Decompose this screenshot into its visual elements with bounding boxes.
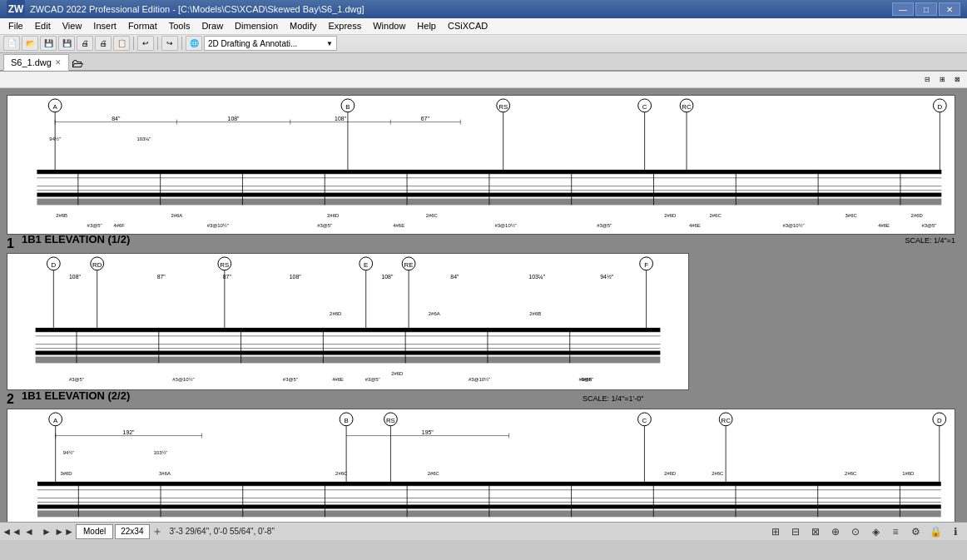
- menu-edit[interactable]: Edit: [30, 20, 56, 32]
- subicon1[interactable]: ⊟: [920, 73, 934, 87]
- save-all-icon[interactable]: 💾: [58, 36, 75, 51]
- subicon3[interactable]: ⊠: [950, 73, 964, 87]
- menu-window[interactable]: Window: [368, 20, 410, 32]
- svg-text:3#6A: 3#6A: [159, 471, 171, 476]
- menu-draw[interactable]: Draw: [196, 20, 228, 32]
- polar-icon[interactable]: ⊕: [827, 524, 844, 539]
- model-tab[interactable]: Model: [76, 524, 113, 539]
- svg-text:2#6C: 2#6C: [710, 213, 722, 218]
- elevation-title-2: 1B1 ELEVATION (2/2): [22, 389, 130, 402]
- titlebar-title: ZWCAD 2022 Professional Edition - [C:\Mo…: [30, 4, 364, 14]
- svg-text:A: A: [53, 417, 58, 424]
- svg-text:#3@10½": #3@10½": [495, 223, 517, 228]
- svg-text:#3@5": #3@5": [922, 223, 937, 228]
- statusbar: ◄◄ ◄ ► ►► Model 22x34 ＋ 3'-3 29/64", 0'-…: [0, 522, 967, 540]
- sep3: [181, 37, 182, 50]
- menu-insert[interactable]: Insert: [88, 20, 121, 32]
- svg-text:#3@5": #3@5": [87, 223, 102, 228]
- svg-text:C: C: [642, 417, 647, 424]
- svg-text:D: D: [937, 417, 942, 424]
- menu-format[interactable]: Format: [123, 20, 162, 32]
- grid-icon[interactable]: ⊞: [767, 524, 784, 539]
- toolbar: 📄 📂 💾 💾 🖨 🖨 📋 ↩ ↪ 🌐 2D Drafting & Annota…: [0, 35, 967, 52]
- open-icon[interactable]: 📂: [22, 36, 38, 51]
- drawing-area[interactable]: A B RS C RC D 84" 108": [0, 88, 967, 522]
- menu-view[interactable]: View: [57, 20, 87, 32]
- tab-close-icon[interactable]: ✕: [55, 58, 62, 67]
- lineweight-icon[interactable]: ≡: [887, 524, 904, 539]
- svg-text:#3@10½": #3@10½": [172, 377, 194, 382]
- svg-text:#3@5": #3@5": [597, 223, 612, 228]
- svg-text:84": 84": [450, 274, 459, 280]
- coordinates-display: 3'-3 29/64", 0'-0 55/64", 0'-8": [170, 527, 275, 536]
- svg-text:#3@5": #3@5": [283, 377, 298, 382]
- tab-s6[interactable]: S6_1.dwg ✕: [3, 54, 69, 71]
- svg-text:67": 67": [421, 116, 430, 121]
- subtoolbar: ⊟ ⊞ ⊠: [0, 72, 967, 88]
- lock-icon[interactable]: 🔒: [927, 524, 944, 539]
- menu-csixcad[interactable]: CSiXCAD: [443, 20, 493, 32]
- svg-text:192": 192": [123, 429, 135, 435]
- svg-text:108": 108": [290, 274, 302, 280]
- info-icon[interactable]: ℹ: [947, 524, 964, 539]
- svg-text:94½": 94½": [49, 136, 61, 141]
- snap-icon[interactable]: ⊟: [787, 524, 804, 539]
- menu-file[interactable]: File: [3, 20, 28, 32]
- svg-text:2#6B: 2#6B: [56, 213, 67, 218]
- otrack-icon[interactable]: ◈: [867, 524, 884, 539]
- svg-text:#3@5": #3@5": [365, 377, 380, 382]
- menu-modify[interactable]: Modify: [285, 20, 321, 32]
- osnap-icon[interactable]: ⊙: [847, 524, 864, 539]
- elevation-number-1: 1: [7, 236, 14, 251]
- beam-drawing-3: A B RS C RC D 192" 195": [7, 409, 955, 522]
- svg-text:2#6B: 2#6B: [529, 311, 541, 316]
- titlebar-left: ZW ZWCAD 2022 Professional Edition - [C:…: [7, 0, 364, 18]
- print2-icon[interactable]: 🖨: [95, 36, 112, 51]
- menu-tools[interactable]: Tools: [164, 20, 196, 32]
- new-icon[interactable]: 📄: [3, 36, 20, 51]
- open-file-icon[interactable]: 🗁: [69, 57, 86, 70]
- elevation-title-1: 1B1 ELEVATION (1/2): [22, 233, 130, 245]
- nav-prev-icon[interactable]: ◄: [21, 524, 37, 539]
- nav-first-icon[interactable]: ◄◄: [3, 524, 20, 539]
- menu-dimension[interactable]: Dimension: [230, 20, 283, 32]
- svg-text:108": 108": [335, 116, 347, 121]
- print-icon[interactable]: 🖨: [77, 36, 93, 51]
- page-tab[interactable]: 22x34: [115, 524, 149, 539]
- svg-text:#3@10½": #3@10½": [782, 223, 804, 228]
- svg-text:RS: RS: [498, 103, 508, 111]
- viewport-1: A B RS C RC D 84" 108": [7, 95, 955, 235]
- close-button[interactable]: ✕: [939, 2, 960, 16]
- add-tab-button[interactable]: ＋: [151, 524, 163, 539]
- save-icon[interactable]: 💾: [40, 36, 57, 51]
- svg-text:195": 195": [422, 429, 434, 435]
- menu-help[interactable]: Help: [412, 20, 441, 32]
- nav-next-icon[interactable]: ►: [38, 524, 55, 539]
- maximize-button[interactable]: □: [915, 2, 937, 16]
- svg-text:RE: RE: [404, 261, 414, 269]
- workspace-dropdown[interactable]: 2D Drafting & Annotati... ▼: [204, 36, 337, 51]
- minimize-button[interactable]: —: [892, 2, 914, 16]
- globe-icon[interactable]: 🌐: [186, 36, 202, 51]
- tabbar: S6_1.dwg ✕ 🗁: [0, 53, 967, 72]
- settings-icon[interactable]: ⚙: [907, 524, 924, 539]
- svg-text:#3@10½": #3@10½": [469, 377, 490, 382]
- undo-icon[interactable]: ↩: [137, 36, 154, 51]
- beam-drawing-2: D RD RS E RE F 108" 87" 87" 108" 108" 84…: [7, 254, 688, 389]
- subicon2[interactable]: ⊞: [935, 73, 949, 87]
- sep1: [133, 37, 134, 50]
- svg-text:B: B: [345, 103, 350, 111]
- svg-text:2#6D: 2#6D: [391, 371, 403, 376]
- menu-express[interactable]: Express: [323, 20, 366, 32]
- svg-text:4#6E: 4#6E: [332, 377, 344, 382]
- svg-text:2#6C: 2#6C: [426, 213, 439, 218]
- batch-icon[interactable]: 📋: [113, 36, 130, 51]
- ortho-icon[interactable]: ⊠: [807, 524, 824, 539]
- nav-last-icon[interactable]: ►►: [56, 524, 72, 539]
- svg-text:2#6A: 2#6A: [171, 213, 183, 218]
- status-right-icons: ⊞ ⊟ ⊠ ⊕ ⊙ ◈ ≡ ⚙ 🔒 ℹ: [767, 524, 964, 539]
- svg-text:#3@5": #3@5": [69, 377, 84, 382]
- dropdown-arrow-icon: ▼: [326, 40, 333, 47]
- svg-text:#3@10½": #3@10½": [207, 223, 229, 228]
- redo-icon[interactable]: ↪: [161, 36, 178, 51]
